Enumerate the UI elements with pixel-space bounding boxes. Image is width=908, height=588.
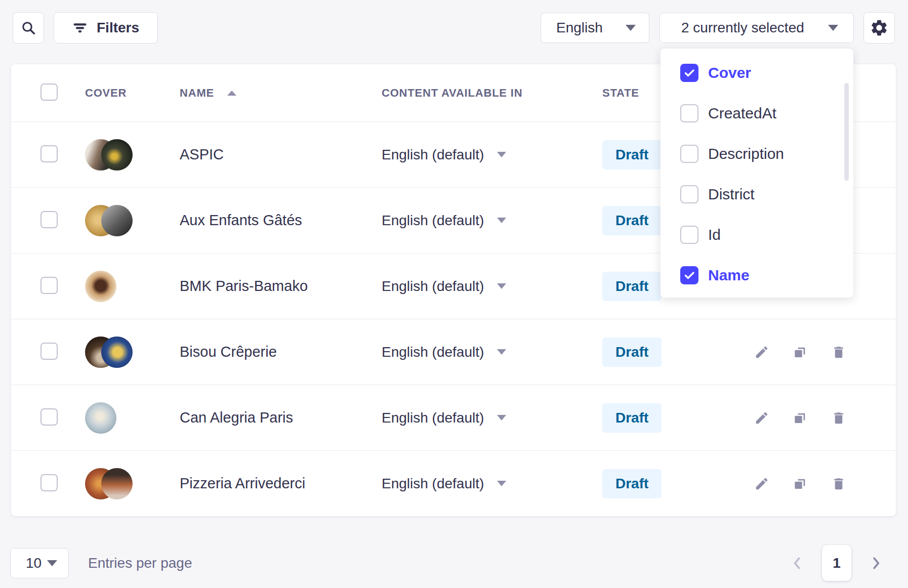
dropdown-item-description[interactable]: Description xyxy=(661,134,853,174)
row-checkbox[interactable] xyxy=(40,211,58,228)
filter-icon xyxy=(72,20,88,35)
locale-value: English (default) xyxy=(382,476,484,492)
column-header-name[interactable]: NAME xyxy=(180,87,382,100)
cover-cell xyxy=(85,139,180,171)
columns-select[interactable]: 2 currently selected xyxy=(659,13,854,43)
filters-button[interactable]: Filters xyxy=(54,12,158,44)
cover-avatar xyxy=(85,402,116,434)
columns-dropdown-panel: Cover CreatedAt Description District Id … xyxy=(661,49,853,298)
locale-value: English (default) xyxy=(382,213,484,229)
chevron-down-icon xyxy=(47,560,57,566)
columns-select-value: 2 currently selected xyxy=(681,20,804,36)
checkbox-unchecked-icon[interactable] xyxy=(680,226,698,244)
entry-name: Bisou Crêperie xyxy=(180,344,382,360)
checkbox-unchecked-icon[interactable] xyxy=(680,145,698,163)
delete-button[interactable] xyxy=(831,345,846,360)
dropdown-item-label: Id xyxy=(708,226,721,243)
row-checkbox[interactable] xyxy=(40,145,58,162)
next-page-button[interactable] xyxy=(870,556,883,571)
entry-name: Aux Enfants Gâtés xyxy=(180,212,382,229)
row-checkbox[interactable] xyxy=(40,408,58,426)
status-badge: Draft xyxy=(602,140,662,170)
cover-cell xyxy=(85,205,180,236)
checkbox-unchecked-icon[interactable] xyxy=(680,104,698,122)
cover-cell xyxy=(85,337,180,368)
select-all-checkbox[interactable] xyxy=(40,83,58,101)
settings-button[interactable] xyxy=(863,12,895,44)
locale-value: English (default) xyxy=(382,278,484,295)
chevron-down-icon xyxy=(497,152,506,157)
dropdown-item-label: District xyxy=(708,186,755,203)
duplicate-button[interactable] xyxy=(793,410,808,426)
status-badge: Draft xyxy=(602,338,662,367)
status-badge: Draft xyxy=(602,206,662,235)
cover-cell xyxy=(85,271,180,302)
locale-dropdown[interactable]: English (default) xyxy=(382,476,602,492)
chevron-down-icon xyxy=(497,283,506,289)
locale-select[interactable]: English xyxy=(541,13,649,43)
chevron-down-icon xyxy=(626,25,636,31)
edit-button[interactable] xyxy=(754,410,769,426)
duplicate-icon xyxy=(793,476,808,491)
locale-value: English (default) xyxy=(382,147,484,163)
cover-avatar xyxy=(85,271,116,302)
column-header-cover[interactable]: COVER xyxy=(85,87,180,100)
chevron-down-icon xyxy=(497,349,506,355)
entries-per-page-label: Entries per page xyxy=(88,555,192,571)
previous-page-button[interactable] xyxy=(791,556,804,571)
locale-dropdown[interactable]: English (default) xyxy=(382,278,602,295)
dropdown-item-cover[interactable]: Cover xyxy=(661,53,853,93)
toolbar: Filters English 2 currently selected xyxy=(0,0,908,44)
table-footer: 10 Entries per page 1 xyxy=(0,545,908,581)
column-header-content-available-in[interactable]: CONTENT AVAILABLE IN xyxy=(382,87,602,100)
table-row: Pizzeria Arrivederci English (default) D… xyxy=(11,450,896,516)
table-row: Bisou Crêperie English (default) Draft xyxy=(11,319,896,385)
search-button[interactable] xyxy=(13,12,44,44)
page-size-select[interactable]: 10 xyxy=(10,548,69,578)
pencil-icon xyxy=(754,410,769,426)
locale-select-value: English xyxy=(556,20,603,36)
chevron-down-icon xyxy=(828,25,838,31)
dropdown-item-name[interactable]: Name xyxy=(661,255,853,296)
cover-avatar xyxy=(101,337,133,368)
duplicate-icon xyxy=(793,410,808,426)
status-badge: Draft xyxy=(602,469,662,498)
duplicate-button[interactable] xyxy=(793,345,808,360)
checkbox-checked-icon[interactable] xyxy=(680,64,698,82)
entry-name: ASPIC xyxy=(180,146,382,163)
locale-dropdown[interactable]: English (default) xyxy=(382,410,602,426)
dropdown-item-id[interactable]: Id xyxy=(661,215,853,255)
row-checkbox[interactable] xyxy=(40,343,58,360)
chevron-left-icon xyxy=(791,556,804,571)
dropdown-scrollbar[interactable] xyxy=(844,83,849,181)
row-checkbox[interactable] xyxy=(40,474,58,491)
dropdown-item-label: Description xyxy=(708,145,784,162)
chevron-down-icon xyxy=(497,218,506,223)
locale-dropdown[interactable]: English (default) xyxy=(382,213,602,229)
page-1-button[interactable]: 1 xyxy=(822,545,851,581)
dropdown-item-district[interactable]: District xyxy=(661,174,853,215)
entry-name: BMK Paris-Bamako xyxy=(180,278,382,295)
dropdown-item-createdat[interactable]: CreatedAt xyxy=(661,93,853,134)
chevron-down-icon xyxy=(497,415,506,421)
cover-cell xyxy=(85,468,180,499)
row-checkbox[interactable] xyxy=(40,277,58,294)
delete-button[interactable] xyxy=(831,410,846,426)
dropdown-item-label: Cover xyxy=(708,64,751,81)
locale-value: English (default) xyxy=(382,344,484,360)
duplicate-icon xyxy=(793,345,808,360)
locale-dropdown[interactable]: English (default) xyxy=(382,147,602,163)
dropdown-item-label: CreatedAt xyxy=(708,105,776,122)
entry-name: Can Alegria Paris xyxy=(180,409,382,426)
edit-button[interactable] xyxy=(754,345,769,360)
delete-button[interactable] xyxy=(831,476,846,491)
checkbox-unchecked-icon[interactable] xyxy=(680,185,698,203)
checkbox-checked-icon[interactable] xyxy=(680,266,698,284)
pencil-icon xyxy=(754,345,769,360)
cover-avatar xyxy=(101,139,133,171)
entry-name: Pizzeria Arrivederci xyxy=(180,475,382,492)
duplicate-button[interactable] xyxy=(793,476,808,491)
locale-dropdown[interactable]: English (default) xyxy=(382,344,602,360)
cover-avatar xyxy=(101,205,133,236)
edit-button[interactable] xyxy=(754,476,769,491)
